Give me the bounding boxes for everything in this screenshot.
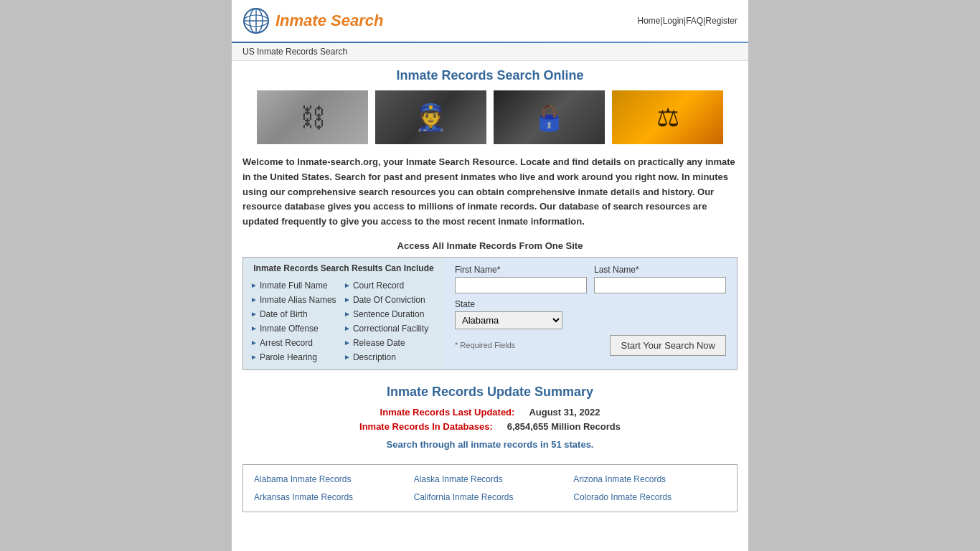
result-item: ►Court Record — [344, 279, 437, 292]
nav-faq[interactable]: FAQ — [686, 16, 703, 26]
last-name-label: Last Name* — [594, 265, 726, 275]
result-item: ►Date of Birth — [250, 308, 344, 321]
last-updated-row: Inmate Records Last Updated: August 31, … — [242, 407, 738, 418]
result-item: ►Inmate Alias Names — [250, 293, 344, 306]
states-grid: Alabama Inmate RecordsAlaska Inmate Reco… — [250, 472, 730, 504]
first-name-input[interactable] — [455, 277, 587, 293]
update-summary: Inmate Records Update Summary Inmate Rec… — [242, 385, 738, 450]
result-item: ►Date Of Conviction — [344, 293, 437, 306]
welcome-text: Welcome to Inmate-search.org, your Inmat… — [242, 155, 738, 230]
arrow-icon: ► — [250, 310, 258, 318]
search-section: Inmate Records Search Results Can Includ… — [242, 257, 738, 370]
result-item: ►Description — [344, 351, 437, 364]
last-name-input[interactable] — [594, 277, 726, 293]
result-item: ►Inmate Full Name — [250, 279, 344, 292]
result-item: ►Sentence Duration — [344, 308, 437, 321]
site-title: Inmate Search — [275, 11, 383, 30]
first-name-label: First Name* — [455, 265, 587, 275]
records-row: Inmate Records In Databases: 6,854,655 M… — [242, 421, 738, 432]
state-link[interactable]: Alabama Inmate Records — [250, 472, 410, 486]
nav-register[interactable]: Register — [705, 16, 738, 26]
right-panel: First Name* Last Name* State AlabamaAlas… — [444, 258, 737, 369]
result-item: ►Inmate Offense — [250, 322, 344, 335]
arrow-icon: ► — [344, 296, 351, 303]
records-value: 6,854,655 Million Records — [507, 421, 621, 432]
update-heading: Inmate Records Update Summary — [242, 385, 738, 400]
last-name-group: Last Name* — [594, 265, 726, 293]
arrow-icon: ► — [250, 281, 258, 289]
page-heading: Inmate Records Search Online — [242, 68, 738, 83]
state-link[interactable]: Arizona Inmate Records — [570, 472, 730, 486]
last-updated-value: August 31, 2022 — [529, 407, 600, 418]
results-grid: ►Inmate Full Name►Court Record►Inmate Al… — [250, 279, 437, 364]
form-name-row: First Name* Last Name* — [455, 265, 726, 293]
state-label: State — [455, 299, 726, 309]
header: Inmate Search Home|Login|FAQ|Register — [232, 0, 748, 42]
required-note: * Required Fields — [455, 341, 515, 349]
nav-links: Home|Login|FAQ|Register — [638, 16, 738, 26]
globe-icon — [242, 7, 270, 34]
result-item: ►Release Date — [344, 336, 437, 349]
hero-image-arrest — [375, 90, 486, 144]
arrow-icon: ► — [344, 324, 351, 332]
arrow-icon: ► — [344, 339, 351, 347]
arrow-icon: ► — [250, 339, 258, 347]
state-link[interactable]: Colorado Inmate Records — [570, 490, 730, 504]
state-link[interactable]: Arkansas Inmate Records — [250, 490, 410, 504]
arrow-icon: ► — [250, 324, 258, 332]
result-item: ►Arrest Record — [250, 336, 344, 349]
access-label: Access All Inmate Records From One Site — [242, 240, 738, 251]
arrow-icon: ► — [344, 353, 351, 361]
states-table: Alabama Inmate RecordsAlaska Inmate Reco… — [242, 464, 738, 512]
form-bottom-row: * Required Fields Start Your Search Now — [455, 335, 726, 356]
search-all-link[interactable]: Search through all inmate records in 51 … — [387, 439, 594, 450]
images-row — [242, 90, 738, 144]
breadcrumb: US Inmate Records Search — [232, 43, 748, 61]
left-panel-title: Inmate Records Search Results Can Includ… — [250, 263, 437, 273]
hero-image-handcuffs — [257, 90, 368, 144]
state-group: State AlabamaAlaskaArizonaArkansasCalifo… — [455, 299, 726, 329]
search-button[interactable]: Start Your Search Now — [610, 335, 726, 356]
hero-image-prison — [494, 90, 605, 144]
logo-area: Inmate Search — [242, 7, 383, 34]
records-label: Inmate Records In Databases: — [359, 421, 493, 432]
left-panel: Inmate Records Search Results Can Includ… — [243, 258, 444, 369]
first-name-group: First Name* — [455, 265, 587, 293]
result-item: ►Parole Hearing — [250, 351, 344, 364]
result-item: ►Correctional Facility — [344, 322, 437, 335]
hero-image-justice — [612, 90, 723, 144]
last-updated-label: Inmate Records Last Updated: — [380, 407, 515, 418]
nav-home[interactable]: Home — [638, 16, 661, 26]
arrow-icon: ► — [250, 353, 258, 361]
nav-login[interactable]: Login — [663, 16, 684, 26]
state-link[interactable]: Alaska Inmate Records — [410, 472, 570, 486]
arrow-icon: ► — [344, 281, 351, 289]
main-content: Inmate Records Search Online Welcome to … — [232, 61, 748, 519]
state-link[interactable]: California Inmate Records — [410, 490, 570, 504]
arrow-icon: ► — [344, 310, 351, 318]
state-select[interactable]: AlabamaAlaskaArizonaArkansasCaliforniaCo… — [455, 311, 562, 329]
arrow-icon: ► — [250, 296, 258, 303]
